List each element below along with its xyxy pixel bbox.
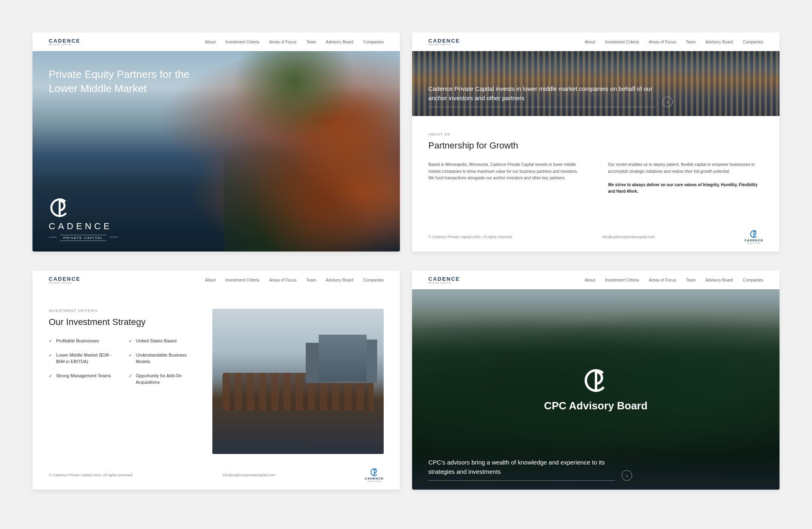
site-header: CADENCE PRIVATE CAPITAL About Investment… xyxy=(412,32,780,51)
brand-logo[interactable]: CADENCE PRIVATE CAPITAL xyxy=(428,38,460,46)
nav-team[interactable]: Team xyxy=(306,278,316,282)
brand-logo[interactable]: CADENCE PRIVATE CAPITAL xyxy=(49,38,83,46)
nav-areas-of-focus[interactable]: Areas of Focus xyxy=(269,278,296,282)
nav-companies[interactable]: Companies xyxy=(743,278,763,282)
nav-team[interactable]: Team xyxy=(686,40,695,44)
brand-subtitle: PRIVATE CAPITAL xyxy=(428,282,452,284)
nav-investment-criteria[interactable]: Investment Criteria xyxy=(605,278,639,282)
about-col2-p2: We strive to always deliver on our core … xyxy=(608,183,758,194)
about-col2-p1: Our model enables us to deploy patient, … xyxy=(608,162,755,174)
site-header: CADENCE PRIVATE CAPITAL About Investment… xyxy=(32,32,400,51)
about-columns: Based in Minneapolis, Minnesota, Cadence… xyxy=(428,161,763,195)
criteria-item: Understandable Business Models xyxy=(129,352,197,365)
about-hero: Cadence Private Capital invests in lower… xyxy=(412,51,780,116)
cpc-monogram-icon xyxy=(49,197,71,219)
main-nav: About Investment Criteria Areas of Focus… xyxy=(205,278,384,282)
nav-about[interactable]: About xyxy=(205,40,216,44)
main-nav: About Investment Criteria Areas of Focus… xyxy=(205,40,384,44)
criteria-list: Profitable Businesses United States Base… xyxy=(49,338,196,385)
hero-headline: Private Equity Partners for the Lower Mi… xyxy=(49,67,219,96)
criteria-item: United States Based xyxy=(129,338,197,344)
hero-brand-mark: CADENCE PRIVATE CAPITAL xyxy=(49,197,384,241)
nav-investment-criteria[interactable]: Investment Criteria xyxy=(605,40,639,44)
nav-areas-of-focus[interactable]: Areas of Focus xyxy=(649,278,676,282)
site-footer: © Cadence Private Capital 2024. All righ… xyxy=(412,224,780,252)
site-header: CADENCE PRIVATE CAPITAL About Investment… xyxy=(412,271,780,289)
cpc-monogram-icon xyxy=(370,468,379,477)
brand-subtitle: PRIVATE CAPITAL xyxy=(428,43,452,46)
about-col-2: Our model enables us to deploy patient, … xyxy=(608,161,764,195)
nav-about[interactable]: About xyxy=(585,40,595,44)
section-kicker: ABOUT US xyxy=(428,132,763,136)
footer-logo[interactable]: CADENCE PRIVATE CAPITAL xyxy=(744,230,763,244)
footer-logo[interactable]: CADENCE PRIVATE CAPITAL xyxy=(365,468,384,482)
nav-advisory-board[interactable]: Advisory Board xyxy=(326,40,354,44)
advisory-heading: CPC Advisory Board xyxy=(544,400,648,412)
main-nav: About Investment Criteria Areas of Focus… xyxy=(585,40,763,44)
footer-email[interactable]: info@cadenceprivatecapital.com xyxy=(222,473,275,477)
brand-name: CADENCE xyxy=(49,38,80,44)
brand-logo[interactable]: CADENCE PRIVATE CAPITAL xyxy=(428,276,460,284)
nav-advisory-board[interactable]: Advisory Board xyxy=(326,278,354,282)
nav-companies[interactable]: Companies xyxy=(743,40,763,44)
advisory-card: CADENCE PRIVATE CAPITAL About Investment… xyxy=(412,271,780,490)
main-nav: About Investment Criteria Areas of Focus… xyxy=(585,278,763,282)
scroll-down-icon[interactable]: ↓ xyxy=(662,97,673,107)
nav-advisory-board[interactable]: Advisory Board xyxy=(706,40,733,44)
nav-areas-of-focus[interactable]: Areas of Focus xyxy=(649,40,676,44)
footer-copyright: © Cadence Private Capital 2024. All righ… xyxy=(428,235,513,239)
nav-areas-of-focus[interactable]: Areas of Focus xyxy=(269,40,296,44)
section-heading: Our Investment Strategy xyxy=(49,317,196,327)
brand-subtitle: PRIVATE CAPITAL xyxy=(49,282,72,284)
nav-advisory-board[interactable]: Advisory Board xyxy=(706,278,733,282)
advisory-bottom: CPC's advisors bring a wealth of knowled… xyxy=(428,458,763,481)
hero-section: Private Equity Partners for the Lower Mi… xyxy=(32,51,400,252)
footer-brand-name: CADENCE xyxy=(744,239,763,242)
about-card: CADENCE PRIVATE CAPITAL About Investment… xyxy=(412,32,780,252)
site-header: CADENCE PRIVATE CAPITAL About Investment… xyxy=(32,271,400,289)
about-hero-text: Cadence Private Capital invests in lower… xyxy=(428,84,656,107)
advisory-subtext: CPC's advisors bring a wealth of knowled… xyxy=(428,458,615,481)
footer-brand-name: CADENCE xyxy=(365,477,384,480)
cpc-monogram-icon xyxy=(749,230,758,239)
criteria-body: INVESTMENT CRITERIA Our Investment Strat… xyxy=(32,289,400,462)
footer-copyright: © Cadence Private Capital 2024. All righ… xyxy=(49,473,133,477)
footer-brand-sub: PRIVATE CAPITAL xyxy=(747,242,761,244)
hero-brand-name: CADENCE xyxy=(49,221,112,232)
nav-investment-criteria[interactable]: Investment Criteria xyxy=(225,278,259,282)
brand-name: CADENCE xyxy=(49,276,80,282)
nav-companies[interactable]: Companies xyxy=(363,278,384,282)
criteria-item: Lower Middle Market ($1M - $6M in EBITDA… xyxy=(49,352,117,365)
section-kicker: INVESTMENT CRITERIA xyxy=(49,309,196,313)
nav-companies[interactable]: Companies xyxy=(363,40,384,44)
criteria-item: Strong Management Teams xyxy=(49,373,117,385)
brand-subtitle: PRIVATE CAPITAL xyxy=(49,43,72,46)
criteria-text: INVESTMENT CRITERIA Our Investment Strat… xyxy=(49,309,196,454)
scroll-down-icon[interactable]: ↓ xyxy=(622,470,632,481)
footer-brand-sub: PRIVATE CAPITAL xyxy=(367,480,381,482)
brand-name: CADENCE xyxy=(428,276,460,282)
criteria-item: Profitable Businesses xyxy=(49,338,117,344)
footer-email[interactable]: info@cadenceprivatecapital.com xyxy=(602,235,655,239)
brand-name: CADENCE xyxy=(428,38,460,44)
about-col-1: Based in Minneapolis, Minnesota, Cadence… xyxy=(428,161,584,195)
cpc-monogram-icon xyxy=(583,367,609,394)
nav-about[interactable]: About xyxy=(585,278,595,282)
hero-brand-sub: PRIVATE CAPITAL xyxy=(60,235,106,241)
home-hero-card: CADENCE PRIVATE CAPITAL About Investment… xyxy=(32,32,400,252)
advisory-hero: CPC Advisory Board CPC's advisors bring … xyxy=(412,289,780,490)
nav-about[interactable]: About xyxy=(205,278,216,282)
site-footer: © Cadence Private Capital 2024. All righ… xyxy=(32,462,400,490)
nav-team[interactable]: Team xyxy=(686,278,695,282)
section-heading: Partnership for Growth xyxy=(428,140,763,151)
about-body: ABOUT US Partnership for Growth Based in… xyxy=(412,116,780,224)
criteria-card: CADENCE PRIVATE CAPITAL About Investment… xyxy=(32,271,400,490)
brand-logo[interactable]: CADENCE PRIVATE CAPITAL xyxy=(49,276,80,284)
nav-investment-criteria[interactable]: Investment Criteria xyxy=(225,40,259,44)
criteria-item: Opportunity for Add-On Acquisitions xyxy=(129,373,197,385)
nav-team[interactable]: Team xyxy=(306,40,316,44)
criteria-image xyxy=(212,309,384,454)
